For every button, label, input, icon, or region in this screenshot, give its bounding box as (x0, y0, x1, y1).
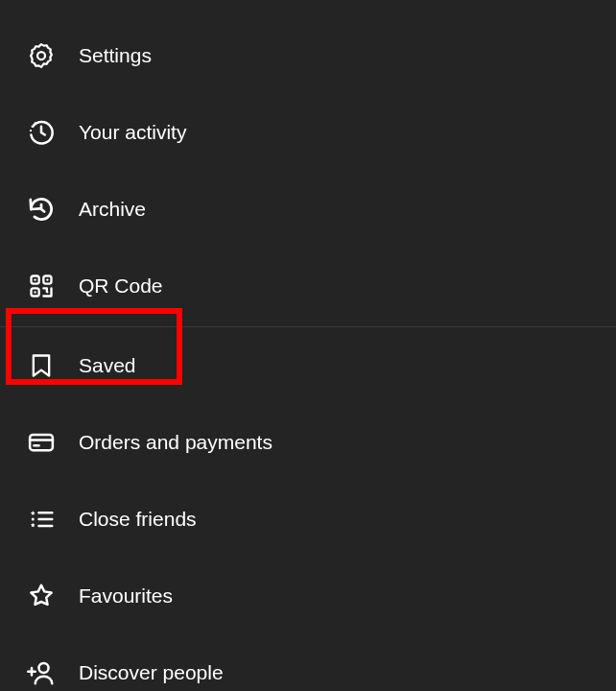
svg-rect-12 (30, 435, 53, 450)
menu-item-label: QR Code (79, 274, 163, 298)
menu-item-orders-payments[interactable]: Orders and payments (0, 404, 616, 481)
menu-item-label: Your activity (79, 121, 186, 144)
menu-item-label: Orders and payments (79, 431, 272, 454)
svg-point-2 (32, 126, 34, 128)
menu-item-label: Archive (79, 198, 146, 221)
menu-item-archive[interactable]: Archive (0, 171, 616, 248)
svg-point-4 (38, 121, 40, 123)
menu-item-close-friends[interactable]: Close friends (0, 481, 616, 558)
credit-card-icon (25, 426, 58, 459)
menu-item-label: Saved (79, 354, 136, 377)
archive-history-icon (25, 193, 58, 226)
menu-item-settings[interactable]: Settings (0, 17, 616, 94)
menu-item-label: Settings (79, 44, 152, 67)
svg-point-16 (32, 518, 35, 521)
svg-point-1 (30, 130, 32, 131)
svg-point-10 (34, 291, 36, 293)
menu-item-saved[interactable]: Saved (0, 327, 616, 404)
gear-icon (25, 39, 58, 72)
svg-point-0 (37, 52, 45, 60)
menu-item-discover-people[interactable]: Discover people (0, 634, 616, 691)
svg-point-8 (34, 278, 36, 280)
svg-point-9 (46, 278, 48, 280)
menu-item-label: Favourites (79, 584, 173, 608)
menu-item-your-activity[interactable]: Your activity (0, 94, 616, 171)
close-friends-list-icon (25, 503, 58, 536)
menu-item-label: Close friends (79, 508, 197, 531)
qr-code-icon (25, 270, 58, 302)
settings-menu-list: Settings Your activity Archive (0, 0, 616, 691)
menu-item-label: Discover people (79, 661, 224, 684)
menu-item-favourites[interactable]: Favourites (0, 558, 616, 634)
activity-clock-icon (25, 116, 58, 149)
bookmark-icon (25, 349, 58, 382)
svg-point-3 (35, 122, 36, 124)
menu-item-qr-code[interactable]: QR Code (0, 248, 616, 324)
add-person-icon (25, 656, 58, 689)
svg-point-11 (46, 291, 48, 293)
star-icon (25, 580, 58, 612)
svg-point-19 (39, 663, 49, 673)
